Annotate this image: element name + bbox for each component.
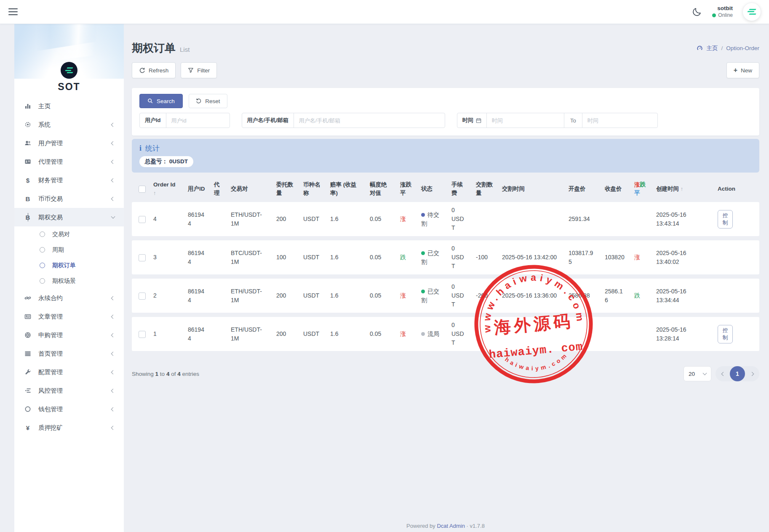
control-button[interactable]: 控制 [718, 210, 733, 229]
sidebar-subitem-option-scene[interactable]: 期权场景 [14, 273, 124, 289]
sidebar-item-spot-trade[interactable]: B 币币交易 [14, 189, 124, 208]
sidebar-subitem-label: 期权场景 [52, 277, 76, 285]
refresh-button[interactable]: Refresh [132, 62, 176, 78]
user-menu[interactable]: sotbit Online [712, 5, 733, 19]
time-to-input[interactable] [582, 113, 657, 128]
header-action: Action [713, 180, 759, 198]
brand-logo[interactable] [61, 62, 77, 79]
sidebar-item-finance[interactable]: $ 财务管理 [14, 171, 124, 189]
sidebar-item-perpetual[interactable]: 永续合约 [14, 289, 124, 307]
sidebar-item-risk[interactable]: 风控管理 [14, 381, 124, 400]
row-checkbox[interactable] [139, 254, 146, 261]
sidebar-item-option-trade[interactable]: B 期权交易 [14, 208, 124, 226]
user-id-cell: 861944 [184, 202, 210, 236]
header-created-at[interactable]: 创建时间 ↑ [652, 180, 713, 198]
open-price-cell: 2591.34 [564, 202, 601, 236]
status-dot-icon [421, 290, 425, 293]
filter-actions: Search Reset [139, 94, 752, 108]
sidebar-item-system[interactable]: 系统 [14, 115, 124, 134]
amplitude-cell: 0.05 [366, 279, 396, 313]
sidebar-item-articles[interactable]: 文章管理 [14, 307, 124, 326]
filter-fields: 用户Id 用户名/手机/邮箱 时间 To [139, 113, 752, 128]
sidebar-item-homepage[interactable]: 首页管理 [14, 344, 124, 363]
new-button[interactable]: + New [726, 62, 759, 78]
filter-button[interactable]: Filter [181, 62, 217, 78]
sidebar: SOT 主页 系统 用户管理 代理管理 [14, 24, 124, 532]
time-label-text: 时间 [462, 117, 473, 124]
header-agent: 代理 [210, 180, 227, 198]
sidebar-item-config[interactable]: 配置管理 [14, 363, 124, 381]
table-row: 4 861944 ETH/USDT-1M 200 USDT 1.6 0.05 涨… [132, 202, 759, 236]
sidebar-item-home[interactable]: 主页 [14, 97, 124, 115]
sidebar-item-staking[interactable]: ¥ 质押挖矿 [14, 418, 124, 437]
footer-version: v1.7.8 [470, 523, 484, 529]
breadcrumb-current: Option-Order [726, 45, 759, 51]
toolbar: Refresh Filter + New [132, 62, 759, 78]
users-icon [24, 140, 32, 146]
user-id-input[interactable] [166, 113, 230, 128]
reset-button[interactable]: Reset [189, 94, 227, 108]
circle-icon [40, 278, 45, 284]
sidebar-item-wallet[interactable]: 钱包管理 [14, 400, 124, 418]
online-dot-icon [712, 13, 716, 17]
sidebar-subitem-period[interactable]: 周期 [14, 242, 124, 258]
sidebar-item-label: 质押挖矿 [38, 424, 63, 432]
header-fee: 手续费 [447, 180, 472, 198]
sidebar-item-agents[interactable]: 代理管理 [14, 152, 124, 171]
row-checkbox[interactable] [139, 293, 146, 300]
newspaper-icon [24, 313, 32, 320]
order-id-cell: 3 [149, 240, 184, 274]
next-page-button[interactable] [746, 366, 757, 381]
odds-cell: 1.6 [326, 317, 366, 351]
header-result: 涨跌平 [630, 180, 652, 198]
online-label: Online [718, 12, 733, 19]
prev-page-button[interactable] [718, 366, 729, 381]
sidebar-item-label: 首页管理 [38, 350, 63, 358]
user-id-group: 用户Id [139, 113, 230, 128]
created-at-cell: 2025-05-16 13:28:14 [652, 317, 713, 351]
page-size-select[interactable]: 20 [684, 366, 711, 381]
header-open-price: 开盘价 [564, 180, 601, 198]
delivery-qty-cell [472, 202, 498, 236]
select-all-checkbox[interactable] [139, 186, 146, 193]
dark-mode-icon[interactable] [692, 7, 702, 17]
brand-name: SOT [14, 81, 124, 93]
row-select-cell [132, 240, 149, 274]
avatar[interactable] [743, 3, 761, 21]
user-name-input[interactable] [294, 113, 445, 128]
row-checkbox[interactable] [139, 331, 146, 338]
sidebar-item-users[interactable]: 用户管理 [14, 134, 124, 152]
dcat-admin-link[interactable]: Dcat Admin [437, 523, 465, 529]
sidebar-item-subscription[interactable]: 申购管理 [14, 326, 124, 344]
sidebar-item-label: 配置管理 [38, 368, 63, 376]
sidebar-menu: 主页 系统 用户管理 代理管理 $ 财务管理 [14, 97, 124, 437]
coin-cell: USDT [299, 279, 326, 313]
page-title: 期权订单List [132, 41, 190, 56]
circle-o-icon [24, 406, 32, 412]
sidebar-item-label: 风控管理 [38, 387, 63, 395]
current-page-button[interactable]: 1 [730, 366, 745, 381]
reset-label: Reset [205, 98, 220, 104]
delivery-qty-cell: -100 [472, 240, 498, 274]
table-header-row: Order Id↑ 用户ID 代理 交易对 委托数量 币种名称 赔率 (收益率)… [132, 180, 759, 198]
sidebar-toggle-icon[interactable] [8, 8, 18, 15]
filter-label: Filter [197, 67, 210, 74]
sidebar-subitem-option-order[interactable]: 期权订单 [14, 258, 124, 273]
sidebar-subitem-pairs[interactable]: 交易对 [14, 226, 124, 242]
search-icon [147, 98, 153, 104]
header-delivery-time: 交割时间 [498, 180, 564, 198]
row-checkbox[interactable] [139, 216, 146, 223]
control-button[interactable]: 控制 [718, 325, 733, 343]
total-pnl-badge: 总盈亏： 0USDT [139, 156, 193, 167]
delivery-time-cell [498, 202, 564, 236]
search-button[interactable]: Search [139, 94, 183, 108]
breadcrumb-home[interactable]: 主页 [706, 45, 718, 52]
agent-cell [210, 240, 227, 274]
sidebar-brand-area: SOT [14, 24, 124, 97]
header-order-id[interactable]: Order Id↑ [149, 180, 184, 198]
amount-cell: 200 [272, 317, 299, 351]
orders-table: Order Id↑ 用户ID 代理 交易对 委托数量 币种名称 赔率 (收益率)… [132, 176, 759, 355]
time-from-input[interactable] [487, 113, 564, 128]
action-cell [713, 240, 759, 274]
amount-cell: 100 [272, 240, 299, 274]
